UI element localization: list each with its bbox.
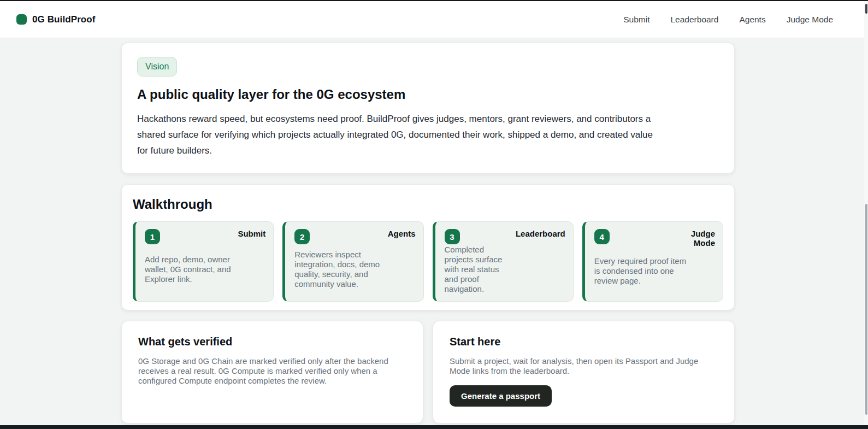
step-title: Submit (238, 229, 265, 238)
step-header: 4 Judge Mode (594, 229, 715, 248)
scrollbar-top-arrow[interactable] (865, 4, 867, 14)
walkthrough-title: Walkthrough (133, 197, 723, 212)
scrollbar-thumb[interactable] (865, 204, 867, 415)
step-description: Completed projects surface with real sta… (445, 245, 511, 294)
walkthrough-steps: 1 Submit Add repo, demo, owner wallet, 0… (133, 221, 723, 302)
step-title: Judge Mode (687, 229, 715, 248)
step-number-badge: 3 (445, 229, 460, 244)
nav-link-judge-mode[interactable]: Judge Mode (787, 15, 833, 25)
window-bottom-edge (0, 425, 868, 429)
step-number-badge: 2 (294, 229, 310, 244)
top-navbar: 0G BuildProof Submit Leaderboard Agents … (0, 1, 868, 38)
scrollbar-track[interactable] (864, 1, 868, 425)
step-card-submit: 1 Submit Add repo, demo, owner wallet, 0… (133, 221, 274, 302)
vision-description: Hackathons reward speed, but ecosystems … (137, 111, 657, 158)
step-card-agents: 2 Agents Reviewers inspect integration, … (282, 221, 423, 302)
step-header: 3 Leaderboard (445, 229, 565, 244)
walkthrough-section: Walkthrough 1 Submit Add repo, demo, own… (121, 184, 735, 310)
step-number-badge: 1 (145, 229, 160, 244)
start-here-section: Start here Submit a project, wait for an… (433, 321, 735, 424)
step-card-leaderboard: 3 Leaderboard Completed projects surface… (433, 221, 574, 302)
step-header: 1 Submit (145, 229, 265, 244)
vision-section: Vision A public quality layer for the 0G… (121, 43, 735, 174)
nav-link-leaderboard[interactable]: Leaderboard (671, 15, 719, 25)
main-nav: Submit Leaderboard Agents Judge Mode (623, 15, 833, 25)
step-card-judge-mode: 4 Judge Mode Every required proof item i… (582, 221, 723, 302)
step-title: Agents (388, 229, 416, 238)
brand-logo-icon (16, 14, 27, 25)
step-number-badge: 4 (594, 229, 610, 244)
step-description: Reviewers inspect integration, docs, dem… (294, 250, 394, 289)
nav-link-submit[interactable]: Submit (623, 15, 649, 25)
step-description: Every required proof item is condensed i… (594, 256, 688, 286)
page-content: Vision A public quality layer for the 0G… (121, 43, 735, 424)
start-here-description: Submit a project, wait for analysis, the… (450, 356, 716, 376)
brand-logo[interactable]: 0G BuildProof (16, 14, 96, 25)
brand-name: 0G BuildProof (32, 14, 96, 25)
bottom-cards-row: What gets verified 0G Storage and 0G Cha… (121, 321, 735, 424)
what-gets-verified-description: 0G Storage and 0G Chain are marked verif… (138, 356, 394, 386)
nav-link-agents[interactable]: Agents (739, 15, 765, 25)
start-here-title: Start here (450, 336, 718, 348)
what-gets-verified-section: What gets verified 0G Storage and 0G Cha… (121, 321, 423, 424)
vision-title: A public quality layer for the 0G ecosys… (137, 87, 719, 102)
step-header: 2 Agents (294, 229, 415, 244)
step-title: Leaderboard (516, 229, 565, 238)
generate-passport-button[interactable]: Generate a passport (450, 385, 552, 407)
window-top-edge (0, 0, 868, 1)
step-description: Add repo, demo, owner wallet, 0G contrac… (145, 255, 242, 284)
what-gets-verified-title: What gets verified (138, 336, 406, 348)
vision-badge: Vision (137, 57, 177, 77)
